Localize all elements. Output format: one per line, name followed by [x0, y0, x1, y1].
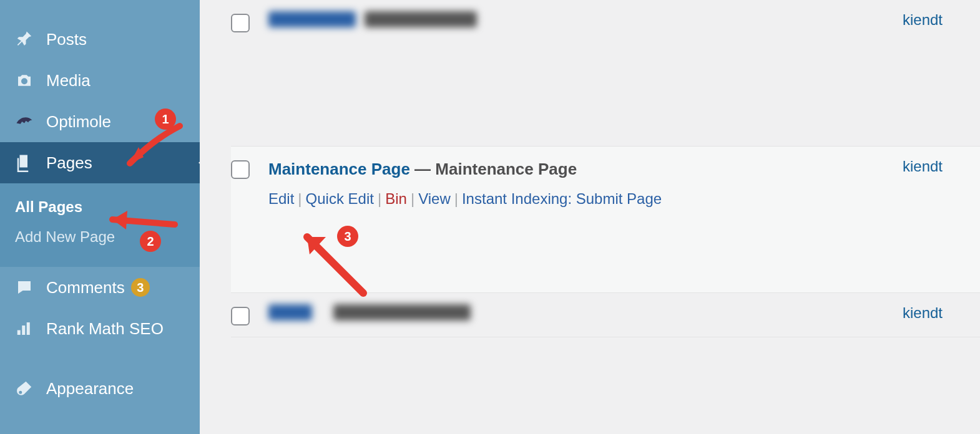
action-instant-indexing[interactable]: Instant Indexing: Submit Page	[462, 190, 662, 207]
row-checkbox[interactable]	[231, 160, 250, 179]
sidebar-item-label: Appearance	[46, 379, 134, 398]
sidebar-item-media[interactable]: Media	[0, 60, 200, 101]
pages-list: kiendt Maintenance Page — Maintenance Pa…	[200, 0, 980, 434]
author-link[interactable]: kiendt	[903, 158, 980, 175]
annotation-arrow-3	[288, 218, 376, 299]
author-link[interactable]: kiendt	[903, 11, 980, 29]
sidebar-item-label: Posts	[46, 30, 87, 49]
row-body: Maintenance Page — Maintenance Page Edit…	[250, 158, 903, 208]
row-checkbox[interactable]	[231, 307, 250, 326]
pin-icon	[14, 29, 35, 50]
separator: |	[378, 190, 381, 207]
sidebar-item-appearance[interactable]: Appearance	[0, 368, 200, 409]
sidebar-item-posts[interactable]: Posts	[0, 19, 200, 60]
table-row: kiendt	[231, 293, 980, 337]
camera-icon	[14, 70, 35, 91]
separator: |	[411, 190, 414, 207]
annotation-badge-2: 2	[140, 231, 161, 252]
author-link[interactable]: kiendt	[903, 304, 980, 322]
blurred-suffix	[333, 304, 471, 321]
row-title: Maintenance Page — Maintenance Page	[268, 158, 903, 180]
action-quick-edit[interactable]: Quick Edit	[306, 190, 374, 207]
sidebar-item-rank-math[interactable]: Rank Math SEO	[0, 308, 200, 349]
separator: |	[454, 190, 458, 207]
action-edit[interactable]: Edit	[268, 190, 294, 207]
annotation-badge-3: 3	[337, 226, 358, 247]
action-view[interactable]: View	[418, 190, 451, 207]
row-actions: Edit|Quick Edit|Bin|View|Instant Indexin…	[268, 190, 903, 208]
action-bin[interactable]: Bin	[385, 190, 407, 207]
row-checkbox[interactable]	[231, 14, 250, 32]
sidebar-item-label: Optimole	[46, 112, 111, 132]
chart-icon	[14, 318, 35, 339]
comment-icon	[14, 277, 35, 298]
sidebar-item-label: Comments	[46, 278, 125, 297]
brush-icon	[14, 378, 35, 399]
blurred-title	[268, 11, 356, 27]
row-body	[250, 11, 903, 30]
row-body	[250, 304, 903, 323]
admin-sidebar: Posts Media Optimole Pages All Pages Add…	[0, 0, 200, 434]
blurred-title	[268, 304, 312, 321]
separator: |	[298, 190, 301, 207]
shark-icon	[14, 111, 35, 132]
sidebar-item-label: Pages	[46, 153, 92, 173]
annotation-badge-1: 1	[155, 109, 176, 130]
annotation-arrow-1	[111, 120, 186, 176]
sidebar-item-label: Rank Math SEO	[46, 319, 164, 339]
page-title-link[interactable]: Maintenance Page	[268, 160, 410, 178]
sidebar-item-label: Media	[46, 71, 91, 90]
comments-count-badge: 3	[131, 278, 150, 297]
page-title-suffix: — Maintenance Page	[410, 160, 577, 178]
pages-icon	[14, 152, 35, 173]
table-row: kiendt	[231, 0, 980, 147]
blurred-suffix	[365, 11, 477, 27]
annotation-arrow-2	[94, 206, 181, 243]
sidebar-item-comments[interactable]: Comments 3	[0, 267, 200, 308]
